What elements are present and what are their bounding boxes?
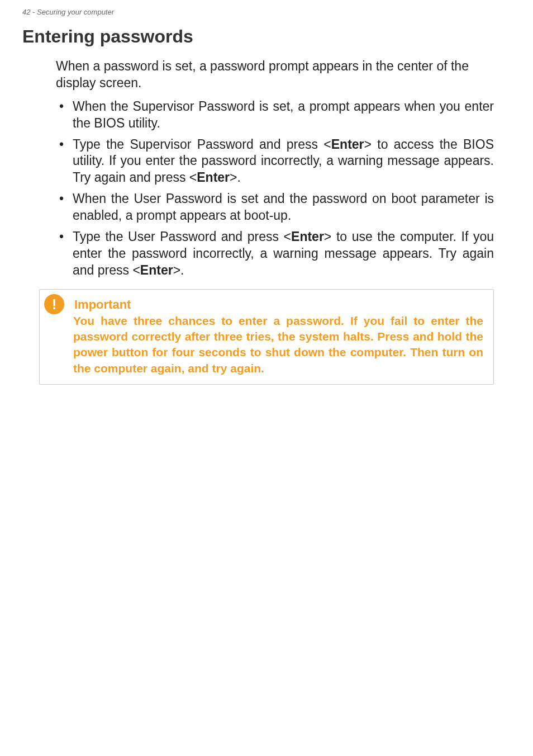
- list-text: Type the Supervisor Password and press <: [73, 137, 331, 152]
- list-item: Type the User Password and press <Enter>…: [56, 229, 494, 279]
- section-title: Entering passwords: [22, 26, 511, 47]
- list-text: When the User Password is set and the pa…: [73, 191, 494, 223]
- list-item: When the User Password is set and the pa…: [56, 191, 494, 224]
- bullet-list: When the Supervisor Password is set, a p…: [56, 98, 494, 279]
- list-text: When the Supervisor Password is set, a p…: [73, 99, 494, 130]
- list-bold: Enter: [291, 229, 324, 244]
- page-number: 42: [22, 8, 30, 16]
- list-text: Type the User Password and press <: [73, 229, 291, 244]
- list-bold: Enter: [331, 137, 364, 152]
- list-bold: Enter: [197, 170, 230, 185]
- page-header: 42 - Securing your computer: [0, 0, 533, 16]
- list-text: >.: [230, 170, 241, 185]
- important-title: Important: [74, 297, 483, 312]
- header-section: Securing your computer: [37, 8, 114, 16]
- list-bold: Enter: [140, 263, 173, 277]
- exclamation-icon: !: [44, 294, 64, 314]
- important-body: You have three chances to enter a passwo…: [73, 313, 483, 376]
- intro-paragraph: When a password is set, a password promp…: [56, 58, 494, 92]
- list-item: When the Supervisor Password is set, a p…: [56, 98, 494, 132]
- list-text: >.: [173, 263, 184, 277]
- list-item: Type the Supervisor Password and press <…: [56, 136, 494, 187]
- important-callout: ! Important You have three chances to en…: [39, 289, 494, 385]
